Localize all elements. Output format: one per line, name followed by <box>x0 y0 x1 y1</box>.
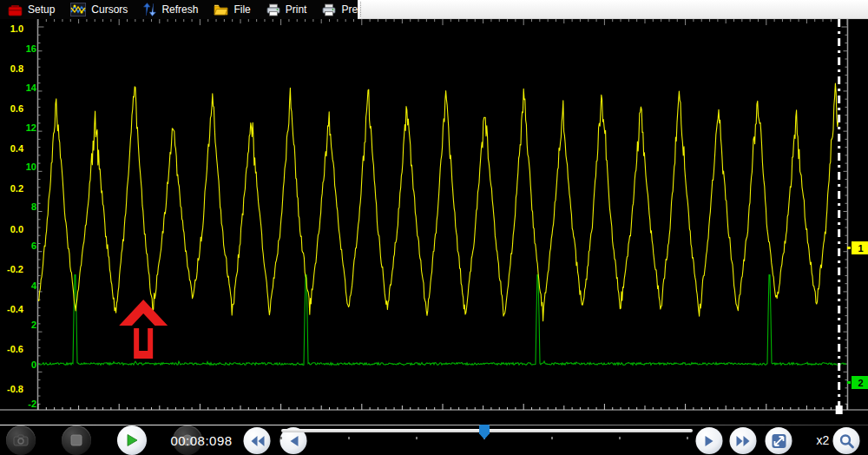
play-triangle-icon <box>125 433 139 447</box>
timeline-tick <box>551 437 553 439</box>
ch2-axis-tick-label: 12 <box>26 122 36 133</box>
refresh-arrows-icon <box>143 3 156 16</box>
folder-icon <box>214 3 228 16</box>
file-label: File <box>233 3 250 16</box>
camera-button[interactable] <box>6 425 36 455</box>
setup-button[interactable]: Setup <box>0 0 62 19</box>
channel-1-badge[interactable]: 1 <box>847 241 868 254</box>
channel-2-badge-label: 2 <box>851 375 868 390</box>
toolbox-icon <box>8 3 23 16</box>
expand-arrows-icon <box>771 433 786 449</box>
step-forward-button[interactable] <box>696 427 723 454</box>
cursors-label: Cursors <box>91 3 128 16</box>
ch2-axis-tick-label: 0 <box>31 359 36 370</box>
timeline-tick <box>687 437 688 439</box>
refresh-button[interactable]: Refresh <box>135 0 206 19</box>
play-button[interactable] <box>117 425 147 455</box>
ch2-axis-tick-label: 16 <box>26 43 36 54</box>
scope-app-window: Setup Cursors Refresh <box>0 0 868 455</box>
timeline-tick <box>280 437 282 439</box>
toolbar: Setup Cursors Refresh <box>0 0 358 19</box>
ch2-axis-tick-label: 4 <box>31 280 36 291</box>
ch2-axis-tick-label: 6 <box>31 241 36 251</box>
ch2-axis-tick-label: 8 <box>31 201 36 212</box>
printer-icon <box>266 3 280 16</box>
double-chevron-left-icon <box>249 435 265 447</box>
ch2-axis-tick-label: 10 <box>26 162 36 172</box>
ch1-axis-tick-label: 0.2 <box>10 183 23 194</box>
ch1-axis-tick-label: 0.8 <box>10 63 23 74</box>
cursors-waveform-icon <box>70 3 86 16</box>
channel-1-badge-label: 1 <box>851 241 868 255</box>
ch2-axis-tick-label: 14 <box>26 82 36 93</box>
camera-icon <box>13 434 29 446</box>
waveform-plot[interactable]: 1.00.80.60.40.20.0-0.2-0.4-0.6-0.8161412… <box>0 19 868 425</box>
topbar-divider <box>360 2 361 16</box>
fit-screen-button[interactable] <box>766 427 792 454</box>
ch2-axis-tick-label: 2 <box>31 320 36 330</box>
ch1-axis-tick-label: 1.0 <box>10 23 23 34</box>
stop-button[interactable] <box>62 425 91 455</box>
cursors-button[interactable]: Cursors <box>62 0 135 19</box>
time-cursor-marker[interactable] <box>836 406 843 414</box>
double-chevron-right-icon <box>735 435 751 447</box>
ch2-axis-tick-label: -2 <box>28 399 36 409</box>
top-toolbar: Setup Cursors Refresh <box>0 0 868 19</box>
file-button[interactable]: File <box>206 0 258 19</box>
timeline-tick <box>348 437 350 439</box>
ch1-axis-tick-label: 0.6 <box>10 103 23 114</box>
timeline-tick <box>416 437 418 439</box>
timeline-tick <box>619 437 621 439</box>
ch1-axis-tick-label: -0.6 <box>7 344 23 354</box>
magnifier-icon <box>838 433 854 449</box>
print-label: Print <box>286 3 307 16</box>
setup-label: Setup <box>28 3 55 16</box>
ch1-axis-tick-label: -0.4 <box>7 304 23 314</box>
stop-square-icon <box>70 434 82 446</box>
ch1-axis-tick-label: 0.0 <box>10 224 23 234</box>
print-button[interactable]: Print <box>259 0 315 19</box>
ch1-axis-tick-label: -0.8 <box>7 384 23 394</box>
channel-1-trace <box>38 83 838 321</box>
ch1-axis-tick-label: -0.2 <box>7 264 23 274</box>
triangle-right-icon <box>704 435 714 447</box>
topbar-empty-area <box>358 0 868 19</box>
time-display: 00:08:098 <box>161 425 241 455</box>
plot-canvas <box>0 19 868 425</box>
refresh-label: Refresh <box>161 3 198 16</box>
fast-forward-button[interactable] <box>730 427 757 454</box>
print-preview-icon <box>322 3 336 16</box>
ch1-axis-tick-label: 0.4 <box>10 143 23 154</box>
channel-2-badge[interactable]: 2 <box>847 376 868 389</box>
triangle-left-icon <box>288 435 299 447</box>
zoom-button[interactable] <box>833 427 860 454</box>
zoom-factor-label: x2 <box>817 425 830 455</box>
rewind-button[interactable] <box>244 427 271 454</box>
